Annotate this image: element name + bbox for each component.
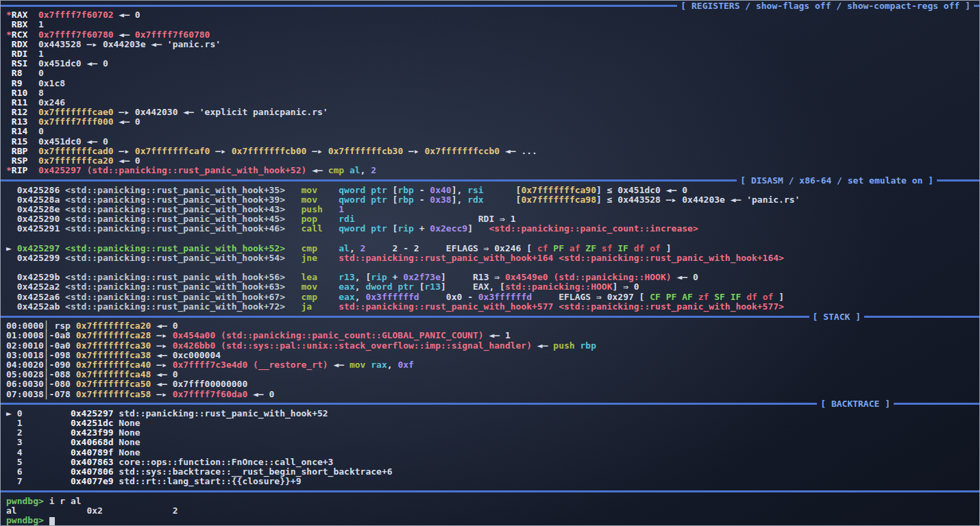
text-segment: mov	[350, 360, 365, 370]
text-segment: <std::panicking::rust_panic_with_hook+54…	[65, 253, 285, 263]
text-segment: 0x7fffffffcaf0	[135, 146, 210, 156]
text-segment	[285, 281, 301, 292]
text-segment: ZF	[585, 243, 596, 253]
text-segment	[564, 243, 569, 253]
text-segment: ◄—	[114, 29, 135, 40]
text-segment: -	[414, 185, 430, 195]
terminal-line: ► 0 0x425297 std::panicking::rust_panic_…	[1, 409, 979, 418]
terminal-line: R11 0x246	[1, 98, 979, 108]
text-segment: ] ≤ 0x443528 —▸ 0x44203e ◄— 'panic.rs'	[596, 195, 800, 205]
text-segment: +	[414, 223, 430, 234]
text-segment	[6, 97, 12, 108]
backtrace-panel: ► 0 0x425297 std::panicking::rust_panic_…	[1, 409, 979, 487]
text-segment: eax	[339, 292, 354, 302]
text-segment: 0x7fffffffca58	[76, 389, 151, 399]
text-segment: —▸	[306, 146, 328, 156]
text-segment: PF	[666, 292, 677, 302]
text-segment: IF	[617, 243, 628, 253]
text-segment: 0x451dc0 ◄— 0	[27, 136, 108, 147]
text-segment: 5	[6, 457, 71, 467]
terminal-line: 3 0x40668d None	[1, 438, 979, 447]
text-segment: <std::panicking::rust_panic_with_hook+39…	[65, 195, 285, 205]
text-segment	[6, 68, 12, 78]
text-segment: rbp	[397, 195, 413, 205]
text-segment: rsi	[467, 185, 483, 195]
terminal-line	[1, 263, 979, 273]
text-segment: 0x7fffffffca38	[76, 350, 151, 360]
text-segment: AF	[682, 292, 693, 302]
text-segment: 0x7fffffffccb0	[425, 146, 500, 156]
text-segment: 0x7ffff7fff000	[38, 116, 114, 127]
text-segment: 0x7fffffffcb00	[232, 146, 307, 156]
text-segment: RSI	[12, 58, 27, 68]
text-segment: al	[339, 243, 350, 253]
text-segment: *	[6, 165, 12, 175]
terminal-line: 0x425291 <std::panicking::rust_panic_wit…	[1, 224, 979, 234]
text-segment	[6, 39, 12, 49]
text-segment	[596, 243, 602, 253]
text-segment: RIP	[12, 165, 27, 175]
terminal-line: 5 0x407863 core::ops::function::FnOnce::…	[1, 458, 979, 467]
terminal-line: 0x4252a6 <std::panicking::rust_panic_wit…	[1, 292, 979, 302]
text-segment: IF	[731, 292, 742, 302]
terminal-line: 0x42528e <std::panicking::rust_panic_wit…	[1, 205, 979, 214]
terminal-line: *RIP 0x425297 (std::panicking::rust_pani…	[1, 166, 979, 175]
text-segment: R8	[12, 68, 23, 78]
text-segment: -	[414, 195, 430, 205]
text-segment: i r al	[49, 496, 82, 506]
text-segment: rdi	[339, 214, 354, 224]
text-segment: std::rt::lang_start::{{closure}}+9	[114, 476, 302, 486]
text-segment: 0x40	[430, 185, 451, 195]
text-segment: cmp	[301, 243, 317, 253]
text-segment: 0x2ecc9	[430, 223, 467, 234]
text-cursor[interactable]	[49, 517, 55, 526]
text-segment: [	[387, 223, 398, 234]
text-segment: R14	[12, 126, 27, 136]
text-segment: of	[763, 292, 774, 302]
text-segment: 0x7fffffffcb30	[328, 146, 404, 156]
command-area[interactable]: pwndbg> i r alal 0x2 2pwndbg>	[1, 497, 979, 526]
terminal-line: 7 0x4077e9 std::rt::lang_start::{{closur…	[1, 477, 979, 486]
text-segment: RDX	[12, 39, 27, 49]
terminal-line: RSP 0x7fffffffca20 ◄— 0	[1, 156, 979, 166]
text-segment: 04:0020│-090	[6, 360, 76, 370]
text-segment: 0x42528a	[6, 195, 65, 205]
text-segment	[285, 204, 301, 214]
text-segment: r13	[339, 272, 354, 282]
terminal-line: RDX 0x443528 —▸ 0x44203e ◄— 'panic.rs'	[1, 40, 979, 49]
divider-line	[1, 316, 809, 318]
text-segment: 0x40789f	[71, 447, 114, 458]
text-segment: std::panicking::rust_panic_with_hook+577…	[339, 301, 784, 312]
divider-line	[1, 5, 677, 7]
text-segment: 0x4077e9	[71, 476, 114, 486]
text-segment: 0x7fffffffca90	[521, 185, 596, 195]
text-segment: <std::panicking::rust_panic_with_hook+46…	[65, 223, 285, 234]
text-segment	[317, 281, 339, 292]
text-segment: ◄— 0	[151, 321, 177, 331]
text-segment: 0x7fffffffca28	[76, 330, 151, 340]
text-segment: <std::panicking::rust_panic_with_hook+43…	[65, 204, 285, 214]
text-segment: r13	[425, 281, 441, 292]
text-segment: rdx	[467, 195, 483, 205]
registers-header-label: [ REGISTERS / show-flags off / show-comp…	[681, 1, 970, 11]
text-segment: 0x1c8	[22, 78, 65, 88]
terminal-line: *RAX 0x7ffff7f60702 ◄— 0	[1, 10, 979, 20]
text-segment	[27, 165, 38, 175]
text-segment	[6, 136, 12, 147]
text-segment: qword ptr	[339, 195, 387, 205]
text-segment: jne	[301, 253, 317, 263]
text-segment: df	[746, 292, 757, 302]
text-segment: 0x425290	[6, 214, 65, 224]
text-segment: rax	[371, 360, 387, 370]
text-segment: ] ≤ 0x451dc0 ◄— 0	[596, 185, 687, 195]
divider-line	[974, 5, 979, 7]
terminal-line: R9 0x1c8	[1, 79, 979, 88]
text-segment	[6, 116, 12, 127]
backtrace-header-label: [ BACKTRACE ]	[820, 399, 890, 409]
text-segment: —▸	[151, 340, 172, 351]
text-segment: None	[114, 437, 140, 447]
text-segment: ◄— ...	[500, 146, 537, 156]
terminal-line: 0x4252ab <std::panicking::rust_panic_wit…	[1, 302, 979, 312]
text-segment: 1	[6, 418, 71, 428]
text-segment: 0x42528e	[6, 204, 65, 214]
